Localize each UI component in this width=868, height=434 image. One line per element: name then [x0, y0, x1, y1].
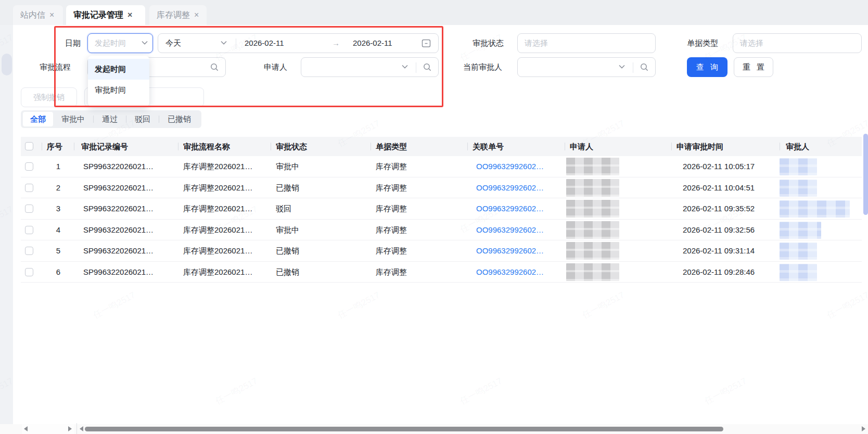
divider	[271, 143, 271, 150]
divider	[178, 143, 178, 150]
table-row[interactable]: 5 SP996322026021… 库存调整2026021… 已撤销 库存调整 …	[21, 240, 862, 262]
flow-label: 审批流程	[40, 57, 71, 77]
approver-blur	[780, 158, 817, 175]
cell-related-no-link[interactable]: OO99632992602…	[476, 156, 544, 177]
date-preset-value: 今天	[165, 34, 181, 53]
divider	[42, 143, 42, 150]
tab-site-mail[interactable]: 站内信 ×	[13, 5, 63, 25]
row-checkbox[interactable]	[25, 268, 33, 276]
status-tab-revoked[interactable]: 已撤销	[159, 112, 199, 126]
date-type-placeholder: 发起时间	[95, 34, 126, 53]
cell-apply-time: 2026-02-11 09:35:52	[683, 198, 755, 219]
row-checkbox[interactable]	[25, 247, 33, 255]
horizontal-scrollbar-thumb[interactable]	[85, 427, 723, 431]
applicant-select[interactable]	[301, 57, 439, 77]
cell-related-no-link[interactable]: OO99632992602…	[476, 262, 544, 283]
chevron-down-icon[interactable]	[619, 65, 625, 69]
window-tab-bar: 站内信 × 审批记录管理 × 库存调整 ×	[0, 0, 868, 25]
scroll-right-arrow-icon[interactable]	[68, 426, 72, 431]
current-approver-label: 当前审批人	[463, 57, 502, 77]
date-end-value[interactable]: 2026-02-11	[353, 34, 392, 53]
chevron-down-icon[interactable]	[221, 41, 227, 45]
approval-status-select[interactable]: 请选择	[517, 33, 656, 53]
cell-index: 4	[47, 220, 70, 240]
chevron-down-icon[interactable]	[402, 65, 408, 69]
select-all-checkbox[interactable]	[25, 142, 33, 150]
vertical-scrollbar-thumb[interactable]	[863, 134, 868, 215]
cell-status: 审批中	[276, 156, 299, 177]
divider	[236, 39, 236, 49]
cell-doc-type: 库存调整	[376, 262, 407, 283]
tab-inventory-adjust[interactable]: 库存调整 ×	[149, 5, 207, 25]
cell-flow-name: 库存调整2026021…	[183, 156, 252, 177]
applicant-blur	[566, 242, 619, 260]
search-icon[interactable]	[640, 62, 649, 72]
cell-record-no: SP996322026021…	[83, 198, 154, 219]
doc-type-label: 单据类型	[687, 33, 718, 53]
tab-approval-records[interactable]: 审批记录管理 ×	[66, 5, 145, 25]
close-icon[interactable]: ×	[49, 11, 54, 19]
row-checkbox[interactable]	[25, 184, 33, 192]
cell-record-no: SP996322026021…	[83, 240, 154, 261]
applicant-blur	[566, 179, 619, 197]
divider	[671, 143, 672, 150]
cell-index: 2	[47, 177, 70, 198]
search-icon[interactable]	[210, 62, 219, 72]
table-row[interactable]: 2 SP996322026021… 库存调整2026021… 已撤销 库存调整 …	[21, 177, 862, 199]
table-row[interactable]: 3 SP996322026021… 库存调整2026021… 驳回 库存调整 O…	[21, 198, 862, 220]
date-range-arrow: →	[332, 34, 340, 53]
divider	[371, 143, 371, 150]
force-revoke-button[interactable]: 强制撤销	[21, 87, 77, 107]
date-type-select[interactable]: 发起时间	[87, 33, 153, 53]
table-row[interactable]: 6 SP996322026021… 库存调整2026021… 已撤销 库存调整 …	[21, 262, 862, 283]
row-checkbox[interactable]	[25, 162, 33, 171]
row-checkbox[interactable]	[25, 226, 33, 234]
date-start-value[interactable]: 2026-02-11	[245, 34, 284, 53]
doc-type-select[interactable]: 请选择	[733, 33, 862, 53]
divider	[74, 143, 74, 150]
status-tab-approving[interactable]: 审批中	[53, 112, 93, 126]
row-checkbox[interactable]	[25, 205, 33, 213]
cell-index: 5	[47, 240, 70, 261]
chevron-down-icon[interactable]	[142, 41, 148, 45]
current-approver-select[interactable]	[517, 57, 656, 77]
query-button[interactable]: 查 询	[687, 57, 727, 77]
column-header-approver: 审批人	[786, 137, 809, 156]
search-icon[interactable]	[423, 62, 432, 72]
watermark-text: 任一鸣2517	[458, 375, 504, 407]
cell-record-no: SP996322026021…	[83, 220, 154, 240]
cell-related-no-link[interactable]: OO99632992602…	[476, 240, 544, 261]
divider	[76, 423, 77, 434]
close-icon[interactable]: ×	[127, 11, 132, 19]
dropdown-option-approval-time[interactable]: 审批时间	[88, 80, 149, 100]
close-icon[interactable]: ×	[194, 11, 199, 19]
cell-related-no-link[interactable]: OO99632992602…	[476, 220, 544, 240]
scroll-left-arrow-icon[interactable]	[80, 426, 83, 431]
sidebar-collapsed-indicator[interactable]	[2, 54, 12, 75]
status-tab-all[interactable]: 全部	[23, 112, 53, 126]
cell-related-no-link[interactable]: OO99632992602…	[476, 177, 544, 198]
table-row[interactable]: 4 SP996322026021… 库存调整2026021… 审批中 库存调整 …	[21, 220, 862, 241]
status-tab-passed[interactable]: 通过	[94, 112, 126, 126]
cell-related-no-link[interactable]: OO99632992602…	[476, 198, 544, 219]
scroll-left-arrow-icon[interactable]	[24, 426, 28, 431]
tab-label: 站内信	[20, 10, 45, 21]
cell-flow-name: 库存调整2026021…	[183, 262, 252, 283]
column-header-applicant: 申请人	[570, 137, 593, 156]
collapsed-sidebar	[0, 25, 13, 425]
approval-status-placeholder: 请选择	[525, 34, 548, 53]
date-range-picker[interactable]: 今天 2026-02-11 → 2026-02-11	[158, 33, 439, 53]
mini-scrollbar-track[interactable]	[22, 424, 74, 434]
applicant-blur	[566, 158, 619, 175]
approval-records-screen: 任一鸣2517任一鸣2517任一鸣2517任一鸣2517任一鸣2517任一鸣25…	[0, 0, 868, 434]
watermark-text: 任一鸣2517	[336, 289, 382, 321]
cell-status: 驳回	[276, 198, 291, 219]
scroll-right-arrow-icon[interactable]	[862, 426, 865, 431]
status-tab-rejected[interactable]: 驳回	[126, 112, 159, 126]
calendar-icon[interactable]	[422, 39, 431, 48]
reset-button[interactable]: 重 置	[734, 57, 773, 77]
approver-blur	[780, 180, 817, 197]
dropdown-option-initiate-time[interactable]: 发起时间	[88, 59, 149, 80]
status-filter-tabs: 全部 审批中 通过 驳回 已撤销	[21, 110, 201, 128]
table-row[interactable]: 1 SP996322026021… 库存调整2026021… 审批中 库存调整 …	[21, 156, 862, 177]
